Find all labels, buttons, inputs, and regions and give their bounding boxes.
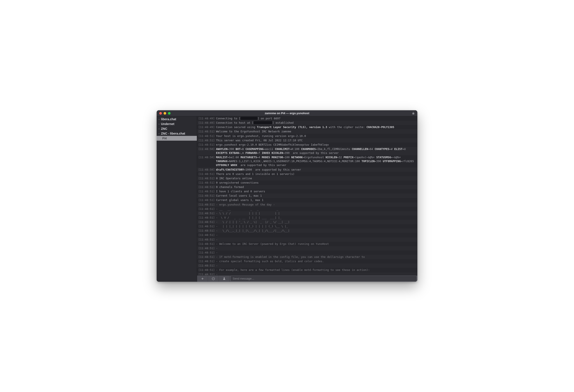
- message-text: -: [216, 273, 218, 276]
- message-timestamp: [11:48:50]: [198, 147, 215, 151]
- message-row: [11:48:51]- \_/\__,_|_| |_|\___/\_| |_/\…: [197, 228, 417, 233]
- sidebar-item-label: Pi4: [162, 136, 167, 140]
- more-button[interactable]: [208, 276, 219, 282]
- minimize-window-button[interactable]: [164, 112, 166, 115]
- svg-point-1: [212, 279, 213, 279]
- message-text: - ergo.yunohost Message of the day -: [216, 203, 275, 207]
- message-row: [11:48:51]ergo.yunohost ergo-2.10.0 BERT…: [197, 143, 417, 147]
- zoom-window-button[interactable]: [168, 112, 171, 115]
- message-text: - \ V / _ _ __ | |_| | ___ ___| |_: [216, 216, 281, 220]
- message-text: This server was created Fri, 08 Jul 2022…: [216, 138, 303, 142]
- svg-point-3: [214, 279, 214, 279]
- message-text: Welcome to the ErgoYunohost IRC Network …: [216, 130, 291, 133]
- message-row: [11:48:51]- Welcome to an IRC Server (po…: [197, 242, 417, 246]
- window-title: zamnme on Pi4 — ergo.yunohost: [265, 112, 309, 115]
- message-row: [11:48:51]There are 0 users and 1 invisi…: [197, 172, 417, 176]
- message-text: -: [216, 233, 218, 237]
- message-timestamp: [11:48:51]: [198, 194, 215, 198]
- chevron-right-icon: ›: [158, 118, 160, 120]
- message-timestamp: [11:48:51]: [198, 216, 215, 220]
- message-timestamp: [11:48:50]: [198, 168, 215, 172]
- message-row: [11:48:51]Current global users 1, max 1: [197, 198, 417, 202]
- message-text: - For example, here are a few formatted …: [216, 268, 369, 272]
- message-row: [11:48:51]-: [197, 250, 417, 255]
- message-text: -: [216, 264, 218, 268]
- close-window-button[interactable]: [159, 112, 162, 115]
- sidebar-item[interactable]: ›ZNC - libera.chat: [157, 131, 197, 136]
- message-text: - __ __ _ _ _: [216, 207, 278, 211]
- message-timestamp: [11:48:51]: [198, 134, 215, 138]
- message-timestamp: [11:48:51]: [198, 264, 215, 268]
- message-timestamp: [11:48:51]: [198, 224, 215, 228]
- chevron-right-icon: ›: [158, 128, 160, 130]
- ellipsis-icon: [212, 277, 215, 280]
- sidebar-item[interactable]: ›Undernet: [157, 122, 197, 126]
- message-row: [11:48:49]Connection secured using Trans…: [197, 125, 417, 129]
- message-row: [11:48:51]- __ __ _ _ _: [197, 207, 417, 211]
- traffic-lights: [159, 110, 171, 116]
- message-row: [11:48:51]Welcome to the ErgoYunohost IR…: [197, 129, 417, 134]
- redacted-block: [254, 121, 272, 124]
- plus-icon: [201, 277, 204, 280]
- message-list[interactable]: [11:48:49]Connecting to [] on port 6697[…: [197, 116, 417, 275]
- message-timestamp: [11:48:51]: [198, 198, 215, 202]
- message-timestamp: [11:48:51]: [198, 233, 215, 237]
- message-row: [11:48:51]-: [197, 272, 417, 276]
- message-text: Your host is ergo.yunohost, running vers…: [216, 134, 306, 138]
- message-input-wrapper: [230, 276, 417, 282]
- sidebar-item[interactable]: ›ZNC: [157, 126, 197, 131]
- sidebar-item[interactable]: Pi4: [157, 136, 197, 141]
- message-input[interactable]: [231, 276, 416, 281]
- message-row: [11:48:51]- For example, here are a few …: [197, 268, 417, 272]
- message-text: Current local users 1, max 1: [216, 194, 262, 198]
- bottom-bar: [197, 275, 417, 282]
- message-timestamp: [11:48:51]: [198, 176, 215, 180]
- message-timestamp: [11:48:51]: [198, 273, 215, 276]
- message-row: [11:48:51]This server was created Fri, 0…: [197, 138, 417, 143]
- sidebar-item[interactable]: ›libera.chat: [157, 117, 197, 122]
- message-row: [11:48:51]-: [197, 233, 417, 237]
- message-timestamp: [11:48:51]: [198, 130, 215, 133]
- sidebar-item-label: ZNC: [161, 127, 167, 131]
- message-row: [11:48:51]0 channels formed: [197, 185, 417, 189]
- message-text: -: [216, 238, 218, 242]
- message-timestamp: [11:48:51]: [198, 238, 215, 242]
- message-timestamp: [11:48:51]: [198, 242, 215, 246]
- message-timestamp: [11:48:51]: [198, 259, 215, 263]
- sidebar-item-label: libera.chat: [161, 117, 176, 121]
- message-row: [11:48:50]draft/CHATHISTORY=1000 are sup…: [197, 168, 417, 172]
- message-text: AWAYLEN=390 BOT=B CASEMAPPING=ascii CHAN…: [216, 147, 416, 155]
- lock-icon: [412, 110, 415, 116]
- message-text: Connection to host at [] established: [216, 121, 293, 125]
- message-row: [11:48:51]- | | |_| | | | | (_) | | | | …: [197, 224, 417, 228]
- message-text: Current global users 1, max 1: [216, 198, 263, 202]
- chevron-right-icon: ›: [158, 123, 160, 125]
- message-timestamp: [11:48:51]: [198, 203, 215, 207]
- message-row: [11:48:51]-: [197, 246, 417, 250]
- message-text: I have 1 clients and 0 servers: [216, 189, 265, 193]
- message-row: [11:48:51]I have 1 clients and 0 servers: [197, 189, 417, 194]
- app-window: zamnme on Pi4 — ergo.yunohost ›libera.ch…: [157, 110, 417, 282]
- sidebar-item-label: Undernet: [161, 122, 174, 126]
- titlebar[interactable]: zamnme on Pi4 — ergo.yunohost: [157, 110, 417, 116]
- message-text: Connecting to [] on port 6697: [216, 116, 280, 120]
- message-row: [11:48:50]MAXLIST=beI:60 MAXTARGETS=4 MO…: [197, 155, 417, 167]
- add-button[interactable]: [197, 276, 208, 282]
- message-row: [11:48:51]Current local users 1, max 1: [197, 194, 417, 198]
- message-text: There are 0 users and 1 invisible on 1 s…: [216, 172, 294, 176]
- message-row: [11:48:51]-: [197, 238, 417, 242]
- message-timestamp: [11:48:51]: [198, 172, 215, 176]
- message-timestamp: [11:48:51]: [198, 220, 215, 224]
- message-timestamp: [11:48:49]: [198, 121, 215, 125]
- message-timestamp: [11:48:51]: [198, 185, 215, 189]
- message-row: [11:48:49]Connecting to [] on port 6697: [197, 116, 417, 121]
- message-row: [11:48:51]- create special formatting su…: [197, 259, 417, 263]
- users-button[interactable]: [219, 276, 230, 282]
- window-body: ›libera.chat›Undernet›ZNC›ZNC - libera.c…: [157, 116, 417, 282]
- message-row: [11:48:50]AWAYLEN=390 BOT=B CASEMAPPING=…: [197, 147, 417, 155]
- toolbar-buttons: [197, 276, 230, 282]
- message-timestamp: [11:48:51]: [198, 207, 215, 211]
- main-pane: [11:48:49]Connecting to [] on port 6697[…: [197, 116, 417, 282]
- message-row: [11:48:49]Connection to host at [] estab…: [197, 121, 417, 125]
- message-text: Connection secured using Transport Layer…: [216, 125, 394, 129]
